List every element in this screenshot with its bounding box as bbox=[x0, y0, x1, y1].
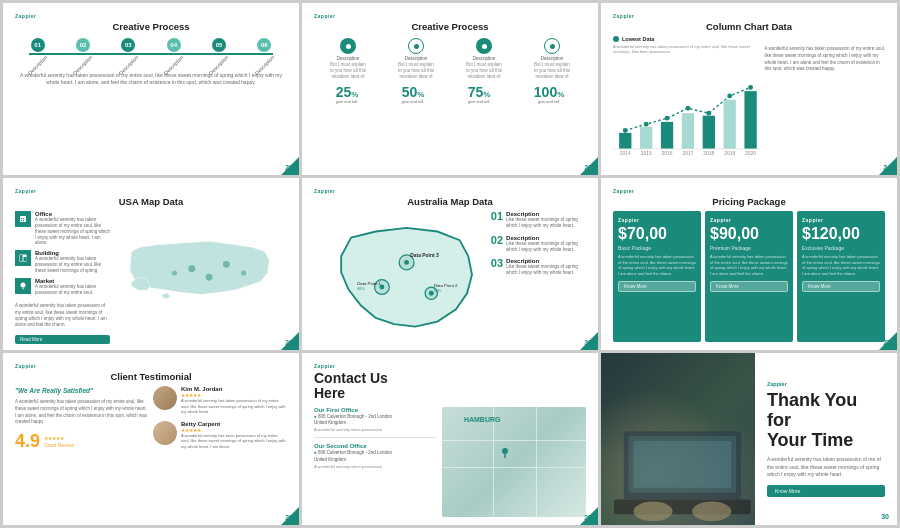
slide-8-office-1-addr: ● 606 Calverton Borough - 2nd London Uni… bbox=[314, 414, 436, 427]
map-pin-icon bbox=[500, 447, 510, 459]
slide-9-know-more-btn[interactable]: Know More bbox=[767, 485, 885, 497]
slide-8-map: HAMBURG bbox=[442, 407, 586, 517]
slide-7-person-2-info: Betty Carpent ★★★★★ A wonderful serenity… bbox=[181, 421, 287, 450]
slide-3-corner-accent bbox=[879, 157, 897, 175]
slide-2-stat-1: 25% give and tell. bbox=[336, 85, 359, 104]
slide-6-pricing: Zappier Pricing Package Zappier $70,00 B… bbox=[601, 178, 897, 350]
slide-7-avatar-2 bbox=[153, 421, 177, 445]
svg-text:56%: 56% bbox=[434, 289, 442, 293]
slide-2-icon-desc-4: DescriptionBut I must explain to you how… bbox=[532, 56, 572, 79]
slide-2-icon-3 bbox=[476, 38, 492, 54]
slide-2-icon-desc-2: DescriptionBut I must explain to you how… bbox=[396, 56, 436, 79]
slide-4-item-3: Market A wonderful serenity has taken po… bbox=[15, 278, 110, 296]
slide-7-right: Kim M. Jordan ★★★★★ A wonderful serenity… bbox=[153, 386, 287, 517]
slide-7-rating: 4.9 ★★★★★ Good Review bbox=[15, 432, 149, 450]
svg-point-35 bbox=[172, 270, 177, 275]
svg-text:2016: 2016 bbox=[662, 151, 673, 156]
slide-3-brand: Zappier bbox=[613, 13, 885, 19]
slide-3-title: Column Chart Data bbox=[613, 21, 885, 32]
slide-1-circle-5: 05 bbox=[212, 38, 226, 52]
slide-2-dot-4 bbox=[550, 44, 555, 49]
slide-4-item-desc-1: A wonderful serenity has taken possessio… bbox=[35, 217, 110, 246]
slide-8-office-1-extra: A wonderful serenity taken possession bbox=[314, 427, 436, 432]
slide-6-card-2-btn[interactable]: Know More bbox=[710, 281, 788, 292]
slide-7-rating-stars: ★★★★★ Good Review bbox=[44, 435, 74, 448]
slide-1-node-5: 05 Description bbox=[206, 38, 231, 68]
slide-1-circle-1: 01 bbox=[31, 38, 45, 52]
slide-3-chart-left: Lowest Data A wonderful serenity has tak… bbox=[613, 36, 760, 167]
slide-2-icon-2 bbox=[408, 38, 424, 54]
svg-rect-13 bbox=[744, 91, 756, 149]
svg-rect-23 bbox=[21, 218, 22, 219]
slide-8-road-h1 bbox=[442, 440, 586, 441]
slide-4-body-text: A wonderful serenity has taken possessio… bbox=[15, 303, 110, 328]
svg-rect-26 bbox=[23, 220, 24, 221]
slide-3-chart-right: A wonderful serenity has taken possessio… bbox=[764, 36, 885, 167]
slide-8-office-2-extra: A wonderful serenity taken possession bbox=[314, 464, 436, 469]
svg-point-2 bbox=[665, 116, 670, 121]
slide-1-corner-accent bbox=[281, 157, 299, 175]
slide-5-australia-map: Zappier Australia Map Data Data Point 3 … bbox=[302, 178, 598, 350]
slide-7-person-2: Betty Carpent ★★★★★ A wonderful serenity… bbox=[153, 421, 287, 450]
slide-8-title: Contact UsHere bbox=[314, 371, 586, 402]
slide-2-dot-2 bbox=[414, 44, 419, 49]
slide-2-dot-3 bbox=[482, 44, 487, 49]
slide-5-num-1: 01 bbox=[491, 211, 503, 230]
slide-7-title: Client Testimonial bbox=[15, 371, 287, 382]
slide-4-item-text-1: Office A wonderful serenity has taken po… bbox=[35, 211, 110, 246]
slide-6-card-1-btn[interactable]: Know More bbox=[618, 281, 696, 292]
slide-2-stat-desc-2: give and tell. bbox=[402, 99, 424, 104]
slide-6-cards: Zappier $70,00 Basic Package A wonderful… bbox=[613, 211, 885, 342]
market-icon bbox=[19, 282, 27, 290]
svg-rect-9 bbox=[661, 122, 673, 149]
svg-point-38 bbox=[404, 260, 409, 265]
slide-5-num-2: 02 bbox=[491, 235, 503, 254]
slide-8-office-2-title: Our Second Office bbox=[314, 443, 436, 449]
slide-2-dot-1 bbox=[346, 44, 351, 49]
slide-5-title: Australia Map Data bbox=[314, 196, 586, 207]
slide-3-chart-svg: 2014 2015 2016 2017 2018 2019 2020 bbox=[613, 57, 760, 167]
slide-4-read-more-btn[interactable]: Read More bbox=[15, 335, 110, 344]
office-icon bbox=[19, 215, 27, 223]
slide-6-card-2-package: Premium Package bbox=[710, 245, 788, 251]
svg-point-5 bbox=[727, 94, 732, 99]
svg-text:2017: 2017 bbox=[682, 151, 693, 156]
svg-text:46%: 46% bbox=[357, 287, 365, 291]
svg-rect-12 bbox=[724, 100, 736, 149]
svg-point-36 bbox=[241, 270, 246, 275]
slide-8-map-inner: HAMBURG bbox=[442, 407, 586, 517]
slide-2-creative-process-stats: Zappier Creative Process DescriptionBut … bbox=[302, 3, 598, 175]
slide-9-thank-you: Zappier Thank You forYour Time A wonderf… bbox=[601, 353, 897, 525]
slide-4-icon-office bbox=[15, 211, 31, 227]
slide-1-nodes: 01 Description 02 Description 03 Descrip… bbox=[15, 38, 287, 68]
slide-8-location-icon-1: ● bbox=[314, 414, 317, 419]
slide-7-person-1-info: Kim M. Jordan ★★★★★ A wonderful serenity… bbox=[181, 386, 287, 415]
svg-point-34 bbox=[206, 274, 213, 281]
slide-6-card-1-package: Basic Package bbox=[618, 245, 696, 251]
slide-7-left: "We Are Really Satisfied" A wonderful se… bbox=[15, 386, 149, 517]
svg-point-3 bbox=[685, 106, 690, 111]
svg-text:Data Point 2: Data Point 2 bbox=[434, 283, 458, 288]
svg-point-30 bbox=[21, 282, 26, 287]
usa-map-svg bbox=[114, 211, 287, 344]
slide-9-number: 30 bbox=[881, 513, 889, 520]
slide-1-circle-6: 06 bbox=[257, 38, 271, 52]
slide-3-column-chart: Zappier Column Chart Data Lowest Data A … bbox=[601, 3, 897, 175]
slide-6-card-2: Zappier $90,00 Premium Package A wonderf… bbox=[705, 211, 793, 342]
slide-8-contact: Zappier Contact UsHere Our First Office … bbox=[302, 353, 598, 525]
svg-point-55 bbox=[692, 502, 731, 522]
slide-5-item-desc-1: Like these sweet mornings of spring whic… bbox=[506, 217, 586, 230]
slide-8-map-city-label: HAMBURG bbox=[464, 416, 501, 423]
svg-point-6 bbox=[748, 85, 753, 90]
slide-7-testimonial-body: "We Are Really Satisfied" A wonderful se… bbox=[15, 386, 287, 517]
slide-6-card-3-btn[interactable]: Know More bbox=[802, 281, 880, 292]
slide-2-icon-col-1: DescriptionBut I must explain to you how… bbox=[328, 38, 368, 79]
slide-7-corner-accent bbox=[281, 507, 299, 525]
svg-rect-24 bbox=[23, 218, 24, 219]
slide-4-item-desc-2: A wonderful serenity has taken possessio… bbox=[35, 256, 110, 274]
slide-5-item-text-3: Description Like these sweet mornings of… bbox=[506, 258, 586, 277]
slide-8-road-v2 bbox=[536, 407, 537, 517]
slide-8-layout: Our First Office ● 606 Calverton Borough… bbox=[314, 407, 586, 517]
slide-2-stat-desc-4: give and tell. bbox=[538, 99, 560, 104]
svg-text:2018: 2018 bbox=[703, 151, 714, 156]
